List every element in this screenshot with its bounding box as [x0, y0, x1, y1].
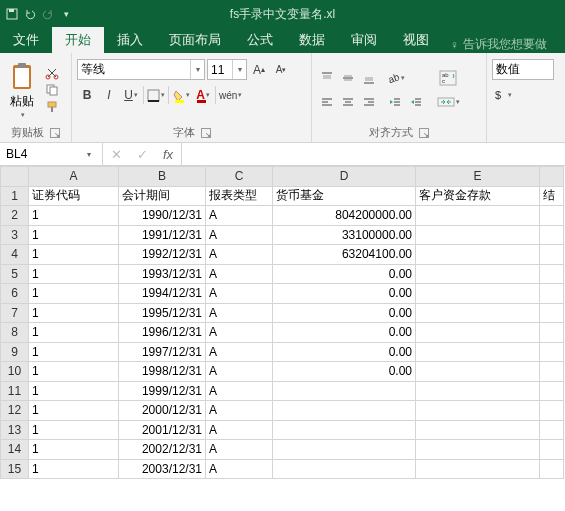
cell-F6[interactable] — [540, 284, 564, 304]
cell-E15[interactable] — [416, 459, 540, 479]
enter-formula-button[interactable]: ✓ — [129, 147, 155, 162]
formula-input[interactable] — [182, 143, 565, 165]
insert-function-button[interactable]: fx — [155, 147, 181, 162]
cell-E5[interactable] — [416, 264, 540, 284]
tab-data[interactable]: 数据 — [286, 27, 338, 53]
row-header-14[interactable]: 14 — [1, 440, 29, 460]
column-header-B[interactable]: B — [119, 167, 206, 187]
row-header-10[interactable]: 10 — [1, 362, 29, 382]
paste-button[interactable]: 粘贴 ▾ — [5, 60, 39, 121]
cell-D9[interactable]: 0.00 — [273, 342, 416, 362]
cell-E1[interactable]: 客户资金存款 — [416, 186, 540, 206]
column-header-A[interactable]: A — [29, 167, 119, 187]
chevron-down-icon[interactable]: ▾ — [190, 60, 204, 79]
spreadsheet-grid[interactable]: ABCDE1证券代码会计期间报表类型货币基金客户资金存款结211990/12/3… — [0, 166, 565, 479]
cell-B11[interactable]: 1999/12/31 — [119, 381, 206, 401]
cell-E9[interactable] — [416, 342, 540, 362]
cell-F13[interactable] — [540, 420, 564, 440]
row-header-4[interactable]: 4 — [1, 245, 29, 265]
cell-F8[interactable] — [540, 323, 564, 343]
align-right-button[interactable] — [359, 92, 379, 112]
cell-F15[interactable] — [540, 459, 564, 479]
row-header-15[interactable]: 15 — [1, 459, 29, 479]
cell-F14[interactable] — [540, 440, 564, 460]
row-header-5[interactable]: 5 — [1, 264, 29, 284]
cell-A12[interactable]: 1 — [29, 401, 119, 421]
alignment-dialog-launcher[interactable] — [419, 128, 429, 138]
cell-D12[interactable] — [273, 401, 416, 421]
cell-D7[interactable]: 0.00 — [273, 303, 416, 323]
cell-B7[interactable]: 1995/12/31 — [119, 303, 206, 323]
border-button[interactable]: ▾ — [146, 85, 166, 105]
select-all-cell[interactable] — [1, 167, 29, 187]
cell-B15[interactable]: 2003/12/31 — [119, 459, 206, 479]
align-left-button[interactable] — [317, 92, 337, 112]
wrap-text-button[interactable]: abc — [434, 68, 462, 88]
cell-D2[interactable]: 804200000.00 — [273, 206, 416, 226]
number-format-combo[interactable]: 数值 — [492, 59, 554, 80]
redo-icon[interactable] — [42, 8, 54, 20]
column-header-E[interactable]: E — [416, 167, 540, 187]
cell-B1[interactable]: 会计期间 — [119, 186, 206, 206]
cell-B13[interactable]: 2001/12/31 — [119, 420, 206, 440]
cell-D8[interactable]: 0.00 — [273, 323, 416, 343]
column-header-D[interactable]: D — [273, 167, 416, 187]
tab-review[interactable]: 审阅 — [338, 27, 390, 53]
cell-D13[interactable] — [273, 420, 416, 440]
tab-file[interactable]: 文件 — [0, 27, 52, 53]
qat-customize-icon[interactable]: ▾ — [60, 8, 72, 20]
increase-indent-button[interactable] — [406, 92, 426, 112]
cell-D5[interactable]: 0.00 — [273, 264, 416, 284]
cell-C2[interactable]: A — [206, 206, 273, 226]
cell-D6[interactable]: 0.00 — [273, 284, 416, 304]
row-header-12[interactable]: 12 — [1, 401, 29, 421]
cell-F7[interactable] — [540, 303, 564, 323]
row-header-7[interactable]: 7 — [1, 303, 29, 323]
decrease-indent-button[interactable] — [385, 92, 405, 112]
align-middle-button[interactable] — [338, 68, 358, 88]
column-header-f[interactable] — [540, 167, 564, 187]
save-icon[interactable] — [6, 8, 18, 20]
cell-A1[interactable]: 证券代码 — [29, 186, 119, 206]
cell-A9[interactable]: 1 — [29, 342, 119, 362]
tab-home[interactable]: 开始 — [52, 27, 104, 53]
cell-D15[interactable] — [273, 459, 416, 479]
cell-B6[interactable]: 1994/12/31 — [119, 284, 206, 304]
cell-D11[interactable] — [273, 381, 416, 401]
tab-insert[interactable]: 插入 — [104, 27, 156, 53]
orientation-button[interactable]: ab▾ — [385, 68, 406, 88]
cell-E11[interactable] — [416, 381, 540, 401]
merge-center-button[interactable]: ▾ — [434, 92, 462, 112]
cell-E2[interactable] — [416, 206, 540, 226]
fill-color-button[interactable]: ▾ — [171, 85, 191, 105]
cell-C6[interactable]: A — [206, 284, 273, 304]
cell-F5[interactable] — [540, 264, 564, 284]
cell-F4[interactable] — [540, 245, 564, 265]
row-header-3[interactable]: 3 — [1, 225, 29, 245]
font-dialog-launcher[interactable] — [201, 128, 211, 138]
name-box[interactable]: ▾ — [0, 143, 103, 165]
row-header-1[interactable]: 1 — [1, 186, 29, 206]
decrease-font-button[interactable]: A▾ — [271, 60, 291, 80]
cell-E6[interactable] — [416, 284, 540, 304]
cell-E8[interactable] — [416, 323, 540, 343]
cell-B14[interactable]: 2002/12/31 — [119, 440, 206, 460]
cell-D1[interactable]: 货币基金 — [273, 186, 416, 206]
align-top-button[interactable] — [317, 68, 337, 88]
cell-A4[interactable]: 1 — [29, 245, 119, 265]
font-size-combo[interactable]: 11 ▾ — [207, 59, 247, 80]
cell-E7[interactable] — [416, 303, 540, 323]
italic-button[interactable]: I — [99, 85, 119, 105]
cell-D14[interactable] — [273, 440, 416, 460]
format-painter-button[interactable] — [44, 100, 60, 114]
row-header-8[interactable]: 8 — [1, 323, 29, 343]
cell-F12[interactable] — [540, 401, 564, 421]
cell-C8[interactable]: A — [206, 323, 273, 343]
name-box-input[interactable] — [0, 147, 80, 161]
cell-D3[interactable]: 33100000.00 — [273, 225, 416, 245]
tab-view[interactable]: 视图 — [390, 27, 442, 53]
cell-B5[interactable]: 1993/12/31 — [119, 264, 206, 284]
bold-button[interactable]: B — [77, 85, 97, 105]
phonetic-guide-button[interactable]: wén▾ — [218, 85, 243, 105]
cell-F3[interactable] — [540, 225, 564, 245]
